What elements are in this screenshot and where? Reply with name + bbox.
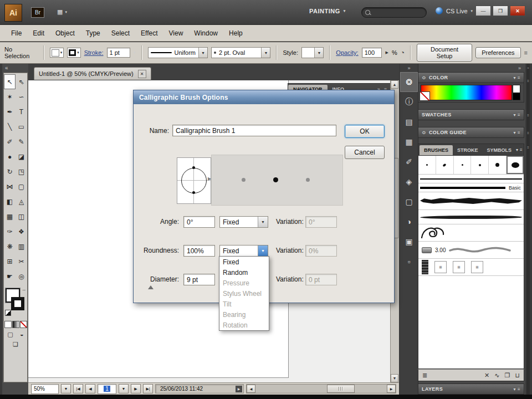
- layers-panel-header[interactable]: LAYERS ▾ ≡: [418, 383, 524, 395]
- horizontal-scrollbar[interactable]: ◀ ▶: [246, 384, 396, 393]
- links-panel-icon[interactable]: ▫: [400, 252, 418, 272]
- close-button[interactable]: ✕: [510, 6, 525, 16]
- artboard-number-field[interactable]: 1: [98, 384, 116, 394]
- brush-item-charcoal[interactable]: [418, 192, 524, 210]
- color-guide-panel-header[interactable]: ≎ COLOR GUIDE ▾ ≡: [418, 127, 524, 138]
- horizontal-scroll-thumb[interactable]: [327, 385, 355, 393]
- chevron-down-icon[interactable]: ▾: [516, 147, 518, 152]
- color-button[interactable]: [4, 321, 12, 328]
- dialog-title-bar[interactable]: Calligraphic Brush Options: [134, 90, 394, 104]
- dock-stub-icon[interactable]: ≡: [526, 79, 530, 83]
- symbols-panel-icon[interactable]: ◈: [400, 172, 418, 192]
- gradient-button[interactable]: [12, 321, 19, 328]
- gradient-tool-icon[interactable]: ◫: [16, 209, 27, 224]
- column-graph-tool-icon[interactable]: ▥: [16, 239, 27, 254]
- stroke-weight-field[interactable]: 1 pt: [107, 48, 131, 58]
- preferences-button[interactable]: Preferences: [475, 47, 520, 58]
- brush-item-wave[interactable]: 3.00: [418, 242, 524, 259]
- draw-normal-icon[interactable]: ▢: [7, 331, 13, 338]
- fill-stroke-control[interactable]: ↔: [4, 287, 27, 317]
- options-of-selected-object-icon[interactable]: ∿: [494, 372, 499, 379]
- width-tool-icon[interactable]: ⋈: [4, 179, 16, 194]
- panel-menu-icon[interactable]: ≡: [520, 147, 523, 152]
- artboard-tool-icon[interactable]: ⊞: [4, 254, 16, 269]
- slice-tool-icon[interactable]: ✂: [16, 254, 27, 269]
- mesh-tool-icon[interactable]: ▦: [4, 209, 16, 224]
- color-spectrum[interactable]: [421, 85, 512, 100]
- style-dropdown[interactable]: ▼: [301, 47, 324, 58]
- new-brush-icon[interactable]: ❐: [505, 372, 510, 379]
- roundness-handle[interactable]: [192, 166, 195, 169]
- brush-item-ink[interactable]: [418, 210, 524, 224]
- white-black-ramp[interactable]: [513, 85, 520, 100]
- dropdown-option[interactable]: Random: [219, 267, 269, 278]
- angle-input[interactable]: 0°: [183, 216, 215, 228]
- chevron-down-icon[interactable]: ▼: [258, 217, 268, 227]
- magic-wand-tool-icon[interactable]: ✶: [4, 89, 16, 104]
- tab-stroke[interactable]: STROKE: [453, 145, 483, 155]
- status-menu-icon[interactable]: ▶: [236, 386, 242, 392]
- menu-item[interactable]: Window: [188, 27, 223, 39]
- diameter-input[interactable]: 9 pt: [183, 274, 215, 285]
- type-tool-icon[interactable]: T: [16, 104, 27, 119]
- shape-builder-tool-icon[interactable]: ◧: [4, 194, 16, 209]
- cs-live-button[interactable]: CS Live ▾: [436, 7, 473, 14]
- collapse-panels-icon[interactable]: »: [418, 64, 524, 72]
- roundness-handle[interactable]: [192, 191, 195, 194]
- cancel-button[interactable]: Cancel: [345, 146, 385, 159]
- variable-width-dropdown[interactable]: 2 pt. Oval ▼: [211, 47, 270, 58]
- pen-tool-icon[interactable]: ✒: [4, 104, 16, 119]
- none-button[interactable]: [20, 321, 27, 328]
- document-setup-button[interactable]: Document Setup: [417, 44, 472, 62]
- panel-menu-icon[interactable]: ≡: [524, 49, 528, 56]
- panel-menu-icon[interactable]: ≡: [518, 75, 520, 80]
- tab-symbols[interactable]: SYMBOLS: [483, 145, 516, 155]
- angle-control-dropdown[interactable]: Fixed ▼: [219, 216, 268, 228]
- eyedropper-tool-icon[interactable]: ✑: [4, 224, 16, 239]
- calligraphic-brush-item[interactable]: [436, 156, 454, 174]
- roundness-input[interactable]: 100%: [183, 245, 215, 257]
- stroke-color-dropdown[interactable]: ▾: [67, 48, 81, 58]
- next-artboard-button[interactable]: ▶: [131, 384, 141, 393]
- close-tab-icon[interactable]: ✕: [138, 70, 146, 78]
- bridge-button[interactable]: Br: [31, 7, 44, 18]
- arrange-documents-button[interactable]: ▦ ▾: [57, 7, 67, 17]
- previous-artboard-button[interactable]: ◀: [85, 384, 95, 393]
- dock-stub-icon[interactable]: ≡: [526, 114, 530, 117]
- delete-brush-icon[interactable]: ⊔: [515, 372, 520, 379]
- zoom-tool-icon[interactable]: ◎: [16, 269, 27, 284]
- scroll-down-icon[interactable]: ▼: [391, 374, 398, 382]
- brush-libraries-menu-icon[interactable]: ≣: [422, 372, 427, 379]
- zoom-level-field[interactable]: 50%: [31, 384, 59, 394]
- chevron-down-icon[interactable]: ▾: [514, 75, 516, 80]
- calligraphic-brush-item[interactable]: [418, 156, 436, 174]
- brushes-panel-icon[interactable]: ✐: [400, 152, 418, 172]
- graphic-styles-panel-icon[interactable]: ▣: [400, 232, 418, 252]
- expand-panels-icon[interactable]: »: [400, 64, 418, 72]
- dropdown-option[interactable]: Rotation: [219, 320, 269, 330]
- scroll-up-icon[interactable]: ▲: [391, 80, 398, 89]
- direct-selection-tool-icon[interactable]: ⇖: [16, 74, 27, 89]
- menu-item[interactable]: Type: [80, 27, 106, 39]
- eraser-tool-icon[interactable]: ◪: [16, 149, 27, 164]
- chevron-down-icon[interactable]: ▾: [514, 112, 516, 117]
- opacity-panel-link[interactable]: Opacity:: [336, 49, 358, 56]
- info-panel-icon[interactable]: ⓘ: [400, 92, 418, 112]
- scale-tool-icon[interactable]: ◳: [16, 164, 27, 179]
- calligraphic-brush-item[interactable]: [489, 156, 507, 174]
- symbol-sprayer-tool-icon[interactable]: ❋: [4, 239, 16, 254]
- brush-shape-ellipse[interactable]: [181, 168, 207, 193]
- opacity-field[interactable]: 100: [362, 48, 382, 58]
- menu-item[interactable]: Object: [50, 27, 80, 39]
- chevron-down-icon[interactable]: ▾: [514, 130, 516, 135]
- roundness-control-dropdown[interactable]: Fixed ▼: [219, 245, 268, 257]
- brush-item-pattern[interactable]: ≡ ≡ ≡: [418, 259, 524, 276]
- menu-item[interactable]: Effect: [135, 27, 163, 39]
- perspective-grid-tool-icon[interactable]: ◬: [16, 194, 27, 209]
- zoom-dropdown-icon[interactable]: ▼: [61, 384, 71, 393]
- maximize-button[interactable]: ❐: [493, 6, 508, 16]
- brush-item-basic[interactable]: Basic: [418, 183, 524, 192]
- workspace-switcher[interactable]: PAINTING ▾: [309, 8, 346, 14]
- calligraphic-brush-item[interactable]: [454, 156, 472, 174]
- stroke-panel-link[interactable]: Stroke:: [84, 49, 104, 56]
